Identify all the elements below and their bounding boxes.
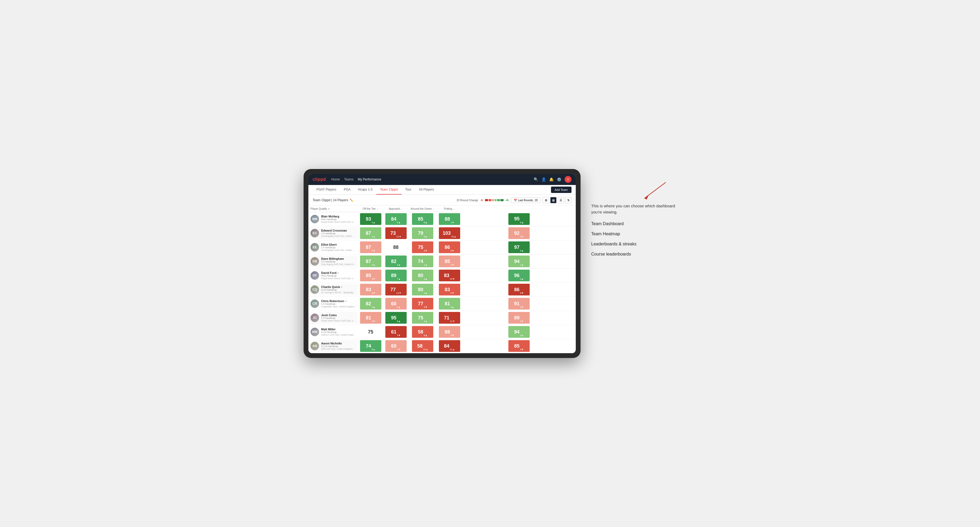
score-box: 602▲ xyxy=(385,298,407,310)
score-value: 83 xyxy=(445,287,450,292)
tab-hcaps[interactable]: Hcaps 1-5 xyxy=(354,185,376,195)
tab-pgat-players[interactable]: PGAT Players xyxy=(313,185,340,195)
avatar[interactable]: U xyxy=(565,176,571,183)
player-cell[interactable]: DBDave Billingham1-5 HandicapGog Magog G… xyxy=(309,256,358,267)
score-delta: 2▼ xyxy=(520,320,524,322)
col-off-tee: Off the Tee — xyxy=(358,206,383,212)
avatar-initials: EE xyxy=(310,243,319,252)
player-info: Josh Coles1-5 HandicapRoyal North Devon … xyxy=(321,314,356,322)
tab-tour[interactable]: Tour xyxy=(402,185,415,195)
player-handicap: 1-5 Handicap xyxy=(321,317,356,319)
player-club: Royal North Devon Golf Club, United King… xyxy=(321,277,356,280)
view-heatmap-button[interactable]: ▦ xyxy=(550,197,557,203)
score-value: 85 xyxy=(366,273,371,278)
player-cell[interactable]: CRChris Robertson ✓1-5 HandicapCraigmill… xyxy=(309,298,358,310)
score-cell: 584▲ xyxy=(409,325,437,339)
logo: clippd xyxy=(313,177,326,182)
player-club: Royal North Devon Golf Club, United King… xyxy=(321,221,356,223)
score-box: 5810▲ xyxy=(412,340,433,352)
avatar-initials: JC xyxy=(310,314,319,322)
tab-pga[interactable]: PGA xyxy=(340,185,354,195)
score-delta: 4▲ xyxy=(424,334,428,337)
table-row: CQCharlie Quick ✓6-10 HandicapSt. George… xyxy=(309,283,576,297)
score-box: 613▼ xyxy=(385,326,407,338)
score-cell: 853▼ xyxy=(437,254,462,268)
search-icon[interactable]: 🔍 xyxy=(534,177,538,181)
bell-icon[interactable]: 🔔 xyxy=(549,177,554,181)
tab-team-clippd[interactable]: Team Clippd xyxy=(376,185,402,195)
add-team-button[interactable]: Add Team xyxy=(551,187,571,193)
nav-home[interactable]: Home xyxy=(331,176,340,182)
player-cell[interactable]: ANAaron Nicholls11-15 HandicapDrift Golf… xyxy=(309,340,358,352)
view-sort-button[interactable]: ⇅ xyxy=(565,197,571,203)
player-avatar: BM xyxy=(310,215,319,223)
player-cell[interactable]: CQCharlie Quick ✓6-10 HandicapSt. George… xyxy=(309,284,358,295)
player-cell[interactable]: ECEdward Crossman1-5 HandicapSunningdale… xyxy=(309,227,358,239)
sort-arrow-quality[interactable]: ▼ xyxy=(328,208,330,210)
player-cell[interactable]: EEElliot Ebert1-5 HandicapSunningdale Go… xyxy=(309,241,358,253)
score-delta: 3▼ xyxy=(520,235,524,238)
score-box: 601▼ xyxy=(385,340,407,352)
score-value: 79 xyxy=(418,230,423,236)
score-delta: 11▼ xyxy=(396,235,401,238)
score-cell: 846▲ xyxy=(383,212,409,226)
score-delta: 8▼ xyxy=(520,292,524,294)
score-value: 82 xyxy=(366,301,371,306)
nav-my-performance[interactable]: My Performance xyxy=(358,176,381,182)
player-cell[interactable]: DFDavid Ford ✓Plus HandicapRoyal North D… xyxy=(309,270,358,281)
score-delta: 2▲ xyxy=(397,306,401,308)
tab-all-players[interactable]: All Players xyxy=(415,185,438,195)
score-cell: 871▲ xyxy=(358,226,383,240)
score-box: 823▲ xyxy=(360,298,381,310)
score-delta: 3▲ xyxy=(520,334,524,337)
score-cell: 853▼ xyxy=(358,268,383,283)
player-avatar: DF xyxy=(310,271,319,280)
table-row: JCJosh Coles1-5 HandicapRoyal North Devo… xyxy=(309,311,576,325)
edit-icon[interactable]: ✏️ xyxy=(350,198,353,202)
player-avatar: EE xyxy=(310,243,319,252)
score-box: 892▼ xyxy=(508,312,530,324)
score-cell: 975▲ xyxy=(462,240,576,254)
round-change-section: 20 Round Change -5 +5 📅 Last Rounds: xyxy=(457,197,571,203)
score-box: 958▲ xyxy=(385,312,407,324)
player-cell[interactable]: JCJosh Coles1-5 HandicapRoyal North Devo… xyxy=(309,312,358,324)
last-rounds-button[interactable]: 📅 Last Rounds: 20 xyxy=(511,197,541,203)
score-delta: 9▲ xyxy=(424,235,428,238)
score-box: 10315▲ xyxy=(439,227,460,239)
person-icon[interactable]: 👤 xyxy=(541,177,546,181)
score-box: 8421▲ xyxy=(439,340,460,352)
sort-arrow-green[interactable]: — xyxy=(433,208,434,210)
score-value: 88 xyxy=(393,244,398,250)
player-cell[interactable]: BMBlair McHargPlus HandicapRoyal North D… xyxy=(309,213,358,225)
table-row: MMMatt Miller6-10 HandicapWoburn Golf Cl… xyxy=(309,325,576,339)
calendar-icon: 📅 xyxy=(514,199,517,202)
score-cell: 75 xyxy=(358,325,383,339)
score-cell: 874▲ xyxy=(358,254,383,268)
player-info: Elliot Ebert1-5 HandicapSunningdale Golf… xyxy=(321,243,356,252)
nav-icons: 🔍 👤 🔔 ⚙️ U xyxy=(534,176,571,183)
score-cell: 959▲ xyxy=(462,212,576,226)
player-name: Edward Crossman xyxy=(321,229,356,232)
score-box: 873▼ xyxy=(360,241,381,253)
score-value: 86 xyxy=(445,244,450,250)
view-list-button[interactable]: ☰ xyxy=(558,197,564,203)
score-box: 88 xyxy=(385,241,407,253)
score-cell: 741▲ xyxy=(409,254,437,268)
score-box: 7311▼ xyxy=(385,227,407,239)
score-value: 74 xyxy=(366,343,371,349)
sort-arrow-putting[interactable]: — xyxy=(453,208,455,210)
score-value: 58 xyxy=(417,343,423,349)
player-cell[interactable]: MMMatt Miller6-10 HandicapWoburn Golf Cl… xyxy=(309,326,358,338)
score-delta: 3▼ xyxy=(520,306,524,308)
player-name: David Ford ✓ xyxy=(321,271,356,275)
view-grid-button[interactable]: ⊞ xyxy=(543,197,549,203)
settings-icon[interactable]: ⚙️ xyxy=(557,177,562,181)
sort-arrow-approach[interactable]: — xyxy=(401,208,403,210)
nav-teams[interactable]: Teams xyxy=(344,176,353,182)
score-box: 874▲ xyxy=(360,256,381,267)
score-value: 73 xyxy=(390,230,396,236)
score-cell: 10315▲ xyxy=(437,226,462,240)
score-box: 833▼ xyxy=(360,284,381,295)
verified-icon: ✓ xyxy=(344,300,347,303)
sort-arrow-tee[interactable]: — xyxy=(376,208,379,210)
